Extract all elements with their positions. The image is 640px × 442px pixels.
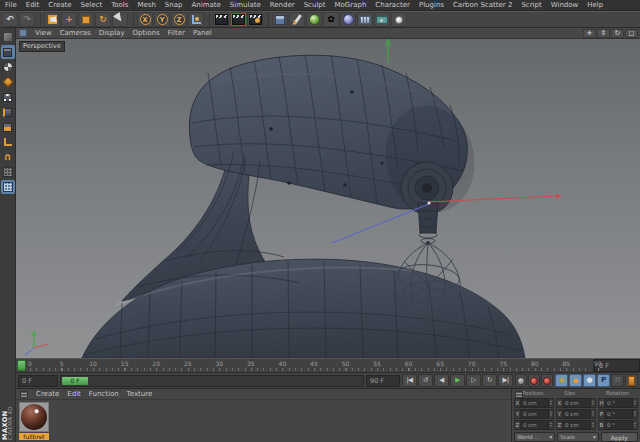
model-mode-button[interactable] (1, 45, 15, 59)
autokeying-button[interactable] (541, 374, 553, 387)
scale-tool[interactable] (78, 12, 94, 27)
add-generator-button[interactable] (306, 12, 322, 27)
menu-item-plugins[interactable]: Plugins (419, 1, 444, 9)
undo-button[interactable]: ↶ (2, 12, 18, 27)
menu-item-mograph[interactable]: MoGraph (335, 1, 367, 9)
viewport-menu-options[interactable]: Options (133, 29, 160, 37)
lock-x-axis-button[interactable]: X (137, 12, 153, 27)
menu-item-create[interactable]: Create (48, 1, 71, 9)
menu-item-window[interactable]: Window (551, 1, 579, 9)
coord-value-field[interactable]: 0 cm (563, 420, 591, 430)
material-panel-icon[interactable] (20, 391, 28, 398)
lock-y-axis-button[interactable]: Y (154, 12, 170, 27)
keyframe-selection-button[interactable] (625, 374, 638, 387)
enable-axis-button[interactable] (1, 135, 15, 149)
soft-selection-button[interactable]: ∩ (1, 150, 15, 164)
coord-value-field[interactable]: 0 ° (605, 420, 633, 430)
snap-enable-button[interactable] (1, 165, 15, 179)
menu-item-tools[interactable]: Tools (111, 1, 128, 9)
mixer-model[interactable] (82, 55, 525, 358)
view-label[interactable]: Perspective (19, 41, 65, 52)
menu-item-select[interactable]: Select (81, 1, 103, 9)
axis-z-blue[interactable] (332, 204, 429, 243)
pan-view-button[interactable]: + (583, 29, 596, 38)
menu-item-script[interactable]: Script (521, 1, 541, 9)
record-keyframe-button[interactable] (515, 374, 527, 387)
menu-item-simulate[interactable]: Simulate (230, 1, 261, 9)
range-start-field[interactable]: 0 F (18, 375, 58, 387)
timeline-playhead[interactable] (17, 360, 26, 371)
material-item[interactable]: fullbret (19, 402, 51, 442)
menu-item-file[interactable]: File (5, 1, 17, 9)
viewport-menu-cameras[interactable]: Cameras (60, 29, 91, 37)
stepper-icon[interactable]: ▴▾ (591, 409, 596, 419)
menu-item-carbon-scatter-2[interactable]: Carbon Scatter 2 (453, 1, 512, 9)
coord-value-field[interactable]: 0 cm (521, 398, 549, 408)
workplane-mode-button[interactable] (1, 75, 15, 89)
goto-end-button[interactable]: ▶| (498, 374, 513, 387)
key-scale-toggle[interactable]: ▪ (569, 374, 582, 387)
material-thumbnail[interactable] (19, 402, 49, 432)
add-deformer-button[interactable]: ✿ (323, 12, 339, 27)
coord-value-field[interactable]: 0 ° (605, 398, 633, 408)
last-used-tool[interactable] (112, 12, 128, 27)
make-editable-button[interactable] (1, 30, 15, 44)
menu-item-animate[interactable]: Animate (191, 1, 220, 9)
render-view-button[interactable] (213, 12, 229, 27)
coord-value-field[interactable]: 0 ° (605, 409, 633, 419)
material-name-label[interactable]: fullbret (19, 433, 49, 440)
play-button[interactable]: ▶ (450, 374, 465, 387)
rotate-tool[interactable]: ↻ (95, 12, 111, 27)
key-rotation-toggle[interactable]: ● (583, 374, 596, 387)
viewport-menu-panel[interactable]: Panel (193, 29, 212, 37)
previous-frame-button[interactable]: ◀ (434, 374, 449, 387)
texture-mode-button[interactable] (1, 60, 15, 74)
lock-z-axis-button[interactable]: Z (171, 12, 187, 27)
timeline-slider-handle[interactable]: 0 F (62, 377, 88, 385)
coord-value-field[interactable]: 0 cm (521, 420, 549, 430)
stepper-icon[interactable]: ▴▾ (633, 420, 638, 430)
coordinate-panel-icon[interactable] (515, 391, 523, 398)
move-tool[interactable]: + (61, 12, 77, 27)
goto-start-button[interactable]: |◀ (402, 374, 417, 387)
add-spline-button[interactable] (289, 12, 305, 27)
viewport-3d-scene[interactable] (16, 39, 640, 358)
material-menu-texture[interactable]: Texture (127, 390, 153, 398)
redo-button[interactable]: ↷ (19, 12, 35, 27)
add-primitive-button[interactable] (272, 12, 288, 27)
stepper-icon[interactable]: ▴▾ (591, 420, 596, 430)
size-mode-dropdown[interactable]: Scale▾ (557, 432, 598, 442)
menu-item-edit[interactable]: Edit (26, 1, 40, 9)
stepper-icon[interactable]: ▴▾ (549, 409, 554, 419)
live-selection-tool[interactable] (44, 12, 60, 27)
rotate-view-button[interactable]: ↻ (611, 29, 624, 38)
coord-value-field[interactable]: 0 cm (563, 409, 591, 419)
menu-item-snap[interactable]: Snap (165, 1, 183, 9)
viewport-menu-filter[interactable]: Filter (168, 29, 185, 37)
timeline-ruler[interactable]: 051015202530354045505560657075808590 (16, 359, 594, 372)
coordinate-system-button[interactable] (188, 12, 204, 27)
timeline-scrollbar[interactable]: 0 F (60, 375, 364, 387)
add-environment-button[interactable] (340, 12, 356, 27)
material-menu-create[interactable]: Create (36, 390, 59, 398)
stepper-icon[interactable]: ▴▾ (549, 398, 554, 408)
play-to-next-key-button[interactable]: ↻ (482, 374, 497, 387)
range-end-field[interactable]: 90 F (366, 375, 400, 387)
viewport-canvas[interactable]: Perspective (16, 39, 640, 358)
menu-item-mesh[interactable]: Mesh (137, 1, 155, 9)
viewport-menu-view[interactable]: View (35, 29, 52, 37)
menu-item-sculpt[interactable]: Sculpt (304, 1, 326, 9)
key-position-toggle[interactable]: + (555, 374, 568, 387)
menu-item-character[interactable]: Character (375, 1, 410, 9)
record-active-objects-button[interactable] (528, 374, 540, 387)
render-active-view-button[interactable] (230, 12, 246, 27)
apply-button[interactable]: Apply (601, 432, 638, 442)
coordinate-space-dropdown[interactable]: World ..▾ (514, 432, 555, 442)
menu-item-help[interactable]: Help (587, 1, 603, 9)
viewport-menu-icon[interactable] (19, 29, 27, 37)
zoom-view-button[interactable]: ⇕ (597, 29, 610, 38)
edges-mode-button[interactable] (1, 105, 15, 119)
render-settings-button[interactable] (247, 12, 263, 27)
workplane-snap-button[interactable] (1, 180, 15, 194)
add-floor-button[interactable] (357, 12, 373, 27)
